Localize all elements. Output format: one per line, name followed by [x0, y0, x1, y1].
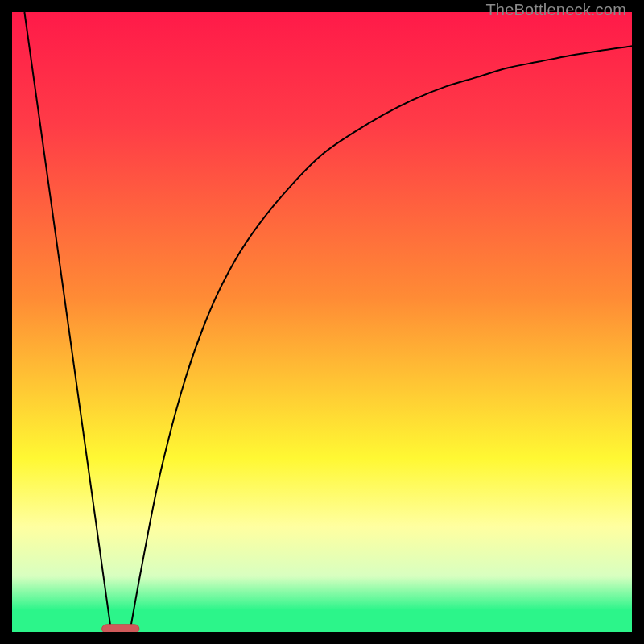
- chart-canvas: [12, 12, 632, 632]
- bottleneck-marker: [102, 625, 139, 632]
- chart-background: [12, 12, 632, 632]
- watermark-text: TheBottleneck.com: [485, 1, 626, 19]
